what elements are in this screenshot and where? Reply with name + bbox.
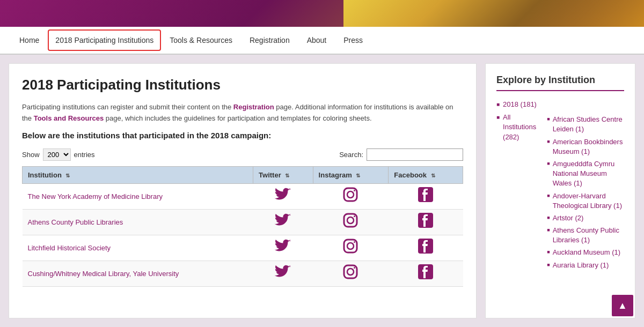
table-controls: Show 200 100 50 25 entries Search: <box>22 148 463 161</box>
sidebar-sub-item-amguedddfa: Amguedddfa Cymru National Museum Wales (… <box>547 159 624 189</box>
header-banner-right <box>343 0 644 27</box>
entries-label: entries <box>74 151 95 159</box>
section-heading: Below are the institutions that particip… <box>22 131 463 140</box>
instagram-cell[interactable] <box>313 183 389 209</box>
instagram-cell[interactable] <box>313 209 389 235</box>
sidebar-link-american-bookbinders[interactable]: American Bookbinders Museum (1) <box>553 137 624 157</box>
facebook-icon <box>417 263 434 284</box>
table-row: Litchfield Historical Society <box>23 235 463 261</box>
page-title: 2018 Participating Institutions <box>22 77 463 93</box>
svg-point-5 <box>347 217 354 224</box>
search-box: Search: <box>339 148 463 161</box>
sidebar-link-auckland[interactable]: Auckland Museum (1) <box>553 248 620 257</box>
col-twitter[interactable]: Twitter ⇅ <box>253 166 313 183</box>
nav-tools-resources[interactable]: Tools & Resources <box>161 26 241 54</box>
col-instagram[interactable]: Instagram ⇅ <box>313 166 389 183</box>
sidebar-sub-item-andover: Andover-Harvard Theological Library (1) <box>547 191 624 211</box>
sidebar-sub-item-auraria: Auraria Library (1) <box>547 261 624 270</box>
sidebar-item-all-institutions: All Institutions (282) African Studies C… <box>496 113 624 273</box>
header-banner <box>0 0 644 27</box>
data-table: Institution ⇅ Twitter ⇅ Instagram ⇅ Face… <box>22 166 463 287</box>
main-container: 2018 Participating Institutions Particip… <box>0 55 644 327</box>
sort-twitter: ⇅ <box>285 173 289 179</box>
sidebar-link-2018[interactable]: 2018 (181) <box>503 100 537 109</box>
sidebar-count-2018: (181) <box>521 100 537 108</box>
institution-cell[interactable]: Cushing/Whitney Medical Library, Yale Un… <box>23 261 253 286</box>
svg-point-14 <box>354 267 355 269</box>
instagram-icon <box>342 212 359 233</box>
sort-instagram: ⇅ <box>356 173 360 179</box>
sort-institution: ⇅ <box>65 173 70 179</box>
svg-point-2 <box>354 190 355 191</box>
nav-registration[interactable]: Registration <box>241 26 298 54</box>
sidebar-item-2018: 2018 (181) <box>496 100 624 109</box>
col-institution[interactable]: Institution ⇅ <box>23 166 253 183</box>
col-facebook[interactable]: Facebook ⇅ <box>389 166 463 183</box>
sidebar-sub-item-artstor: Artstor (2) <box>547 213 624 223</box>
instagram-cell[interactable] <box>313 261 389 286</box>
content-area: 2018 Participating Institutions Particip… <box>9 63 477 318</box>
facebook-cell[interactable] <box>389 209 463 235</box>
institution-cell[interactable]: Athens County Public Libraries <box>23 209 253 235</box>
twitter-icon <box>274 186 291 207</box>
svg-point-10 <box>354 241 355 243</box>
instagram-icon <box>342 237 359 258</box>
institution-cell[interactable]: The New York Academy of Medicine Library <box>23 183 253 209</box>
sidebar-link-african-studies[interactable]: African Studies Centre Leiden (1) <box>553 115 624 134</box>
table-row: Cushing/Whitney Medical Library, Yale Un… <box>23 261 463 286</box>
twitter-icon <box>274 263 291 284</box>
twitter-icon <box>274 212 291 233</box>
svg-point-1 <box>347 191 354 198</box>
sidebar-sub-item-athens-county: Athens County Public Libraries (1) <box>547 226 624 245</box>
intro-text-3: page, which includes the guidelines for … <box>104 114 371 122</box>
twitter-cell[interactable] <box>253 209 313 235</box>
sidebar-sub-item-american-bookbinders: American Bookbinders Museum (1) <box>547 137 624 157</box>
search-input[interactable] <box>367 148 463 161</box>
table-row: The New York Academy of Medicine Library <box>23 183 463 209</box>
search-label: Search: <box>339 151 363 159</box>
sidebar-sub-list: African Studies Centre Leiden (1) Americ… <box>547 115 624 273</box>
nav-participating-institutions[interactable]: 2018 Participating Institutions <box>48 29 161 51</box>
facebook-cell[interactable] <box>389 183 463 209</box>
twitter-cell[interactable] <box>253 235 313 261</box>
sidebar-link-all-institutions[interactable]: All Institutions (282) <box>503 113 536 142</box>
sidebar-sub-item-african-studies: African Studies Centre Leiden (1) <box>547 115 624 134</box>
nav-press[interactable]: Press <box>335 26 371 54</box>
twitter-icon <box>274 237 291 258</box>
intro-text: Participating institutions can register … <box>22 102 463 124</box>
sidebar-link-artstor[interactable]: Artstor (2) <box>553 213 584 223</box>
instagram-cell[interactable] <box>313 235 389 261</box>
sidebar-count-all: (282) <box>503 133 519 141</box>
nav-home[interactable]: Home <box>11 26 48 54</box>
facebook-cell[interactable] <box>389 261 463 286</box>
sidebar-title: Explore by Institution <box>496 75 624 91</box>
sidebar-link-auraria[interactable]: Auraria Library (1) <box>553 261 609 270</box>
sort-facebook: ⇅ <box>431 173 435 179</box>
sidebar: Explore by Institution 2018 (181) All In… <box>485 63 635 318</box>
facebook-icon <box>417 212 434 233</box>
registration-link[interactable]: Registration <box>233 103 274 111</box>
show-entries: Show 200 100 50 25 entries <box>22 148 95 161</box>
svg-point-6 <box>354 215 355 217</box>
sidebar-sub-item-auckland: Auckland Museum (1) <box>547 248 624 257</box>
facebook-icon <box>417 186 434 207</box>
table-header-row: Institution ⇅ Twitter ⇅ Instagram ⇅ Face… <box>23 166 463 183</box>
nav-about[interactable]: About <box>298 26 335 54</box>
tools-resources-link[interactable]: Tools and Resources <box>34 114 104 122</box>
intro-text-1: Participating institutions can register … <box>22 103 233 111</box>
twitter-cell[interactable] <box>253 183 313 209</box>
entries-select[interactable]: 200 100 50 25 <box>43 148 71 161</box>
sidebar-link-amguedddfa[interactable]: Amguedddfa Cymru National Museum Wales (… <box>553 159 624 189</box>
sidebar-top-list: 2018 (181) All Institutions (282) Africa… <box>496 100 624 273</box>
institution-cell[interactable]: Litchfield Historical Society <box>23 235 253 261</box>
back-to-top-button[interactable]: ▲ <box>612 295 633 316</box>
sidebar-link-andover[interactable]: Andover-Harvard Theological Library (1) <box>553 191 624 211</box>
facebook-cell[interactable] <box>389 235 463 261</box>
facebook-icon <box>417 237 434 258</box>
twitter-cell[interactable] <box>253 261 313 286</box>
sidebar-link-athens-county[interactable]: Athens County Public Libraries (1) <box>553 226 624 245</box>
svg-point-9 <box>347 243 354 249</box>
svg-point-13 <box>347 269 354 275</box>
show-label: Show <box>22 151 40 159</box>
instagram-icon <box>342 263 359 284</box>
